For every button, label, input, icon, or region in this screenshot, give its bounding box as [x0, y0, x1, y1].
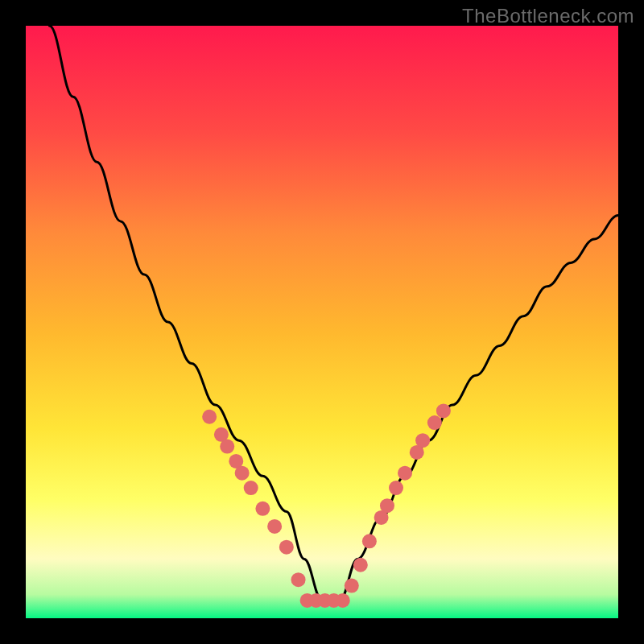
chart-svg — [26, 26, 618, 618]
data-point — [244, 481, 258, 495]
data-point — [353, 558, 368, 572]
data-point — [336, 593, 350, 608]
watermark-text: TheBottleneck.com — [462, 5, 634, 27]
data-point — [389, 481, 403, 495]
data-point — [255, 502, 270, 516]
data-point — [362, 534, 377, 548]
data-point — [436, 403, 451, 418]
data-point — [202, 410, 217, 424]
gradient-background — [26, 26, 618, 618]
data-point — [220, 440, 234, 454]
data-point — [267, 519, 282, 534]
data-point — [398, 466, 412, 481]
data-point — [235, 466, 250, 481]
data-point — [427, 415, 442, 430]
data-point — [345, 579, 359, 593]
chart-frame: TheBottleneck.com — [0, 0, 644, 644]
data-point — [415, 433, 430, 448]
data-point — [279, 540, 294, 555]
data-point — [291, 572, 306, 587]
plot-area — [26, 26, 618, 618]
data-point — [380, 498, 394, 513]
